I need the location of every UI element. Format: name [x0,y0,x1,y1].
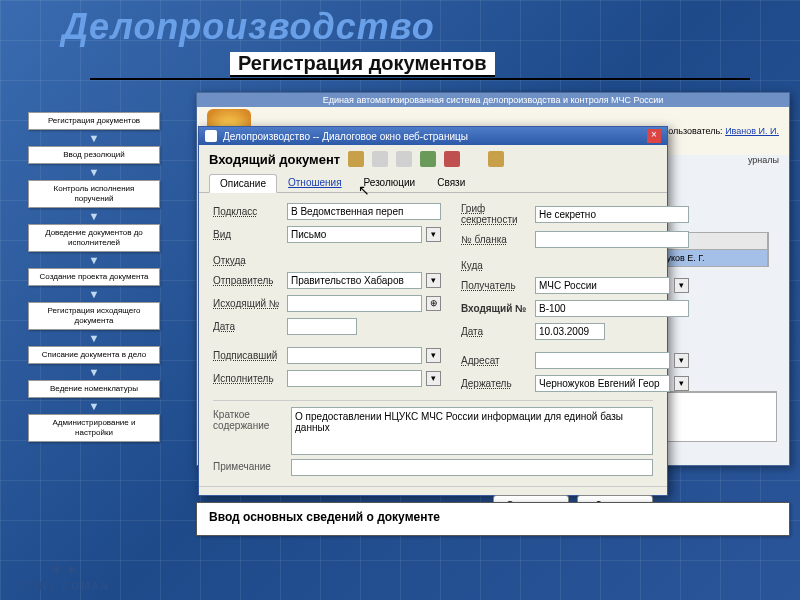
podklass-input[interactable] [287,203,441,220]
vid-picker-icon[interactable]: ▾ [426,227,441,242]
derj-input[interactable] [535,375,670,392]
poluch-label: Получатель [461,280,531,291]
poluch-input[interactable] [535,277,670,294]
podpis-input[interactable] [287,347,422,364]
sidebar-item-nomenclature[interactable]: Ведение номенклатуры [28,380,160,398]
otprav-picker-icon[interactable]: ▾ [426,273,441,288]
otprav-label: Отправитель [213,275,283,286]
tab-description[interactable]: Описание [209,174,277,193]
incoming-doc-dialog: Делопроизводство -- Диалоговое окно веб-… [198,126,668,496]
sidebar-item-resolutions[interactable]: Ввод резолюций [28,146,160,164]
dialog-icon [205,130,217,142]
data-in-input[interactable] [535,323,605,340]
dialog-tabs: Описание Отношения Резолюции Связи [199,173,667,193]
delete-icon[interactable] [444,151,460,167]
vid-input[interactable] [287,226,422,243]
grif-input[interactable] [535,206,689,223]
sidebar-item-deliver[interactable]: Доведение документов до исполнителей [28,224,160,252]
prim-label: Примечание [213,459,283,476]
sidebar-item-create-draft[interactable]: Создание проекта документа [28,268,160,286]
kuda-label: Куда [461,260,531,271]
kratkoe-label: Краткое содержание [213,407,283,455]
otprav-input[interactable] [287,272,422,289]
adresat-input[interactable] [535,352,670,369]
derj-label: Держатель [461,378,531,389]
close-icon[interactable]: × [647,129,661,143]
vendor-logo: ✶✶ STINS COMAN [18,559,110,592]
podpis-label: Подписавший [213,350,283,361]
poluch-picker-icon[interactable]: ▾ [674,278,689,293]
dialog-titlebar: Делопроизводство -- Диалоговое окно веб-… [199,127,667,145]
user-link[interactable]: Иванов И. И. [725,126,779,136]
podklass-label: Подкласс [213,206,283,217]
blank-label: № бланка [461,234,531,245]
blank-input[interactable] [535,231,689,248]
data-out-label: Дата [213,321,283,332]
attach-icon[interactable] [488,151,504,167]
vhno-input[interactable] [535,300,689,317]
sidebar-item-outgoing[interactable]: Регистрация исходящего документа [28,302,160,330]
kratkoe-textarea[interactable] [291,407,653,455]
podpis-picker-icon[interactable]: ▾ [426,348,441,363]
tab-relations[interactable]: Отношения [277,173,353,192]
print-icon[interactable] [372,151,388,167]
ishno-input[interactable] [287,295,422,312]
vhno-label: Входящий № [461,303,531,314]
vid-label: Вид [213,229,283,240]
ishno-picker-icon[interactable]: ⊕ [426,296,441,311]
tab-resolutions[interactable]: Резолюции [353,173,427,192]
tab-links[interactable]: Связи [426,173,476,192]
sidebar-item-admin[interactable]: Администрирование и настройки [28,414,160,442]
user-info: Пользователь: Иванов И. И. [662,126,779,136]
ispol-picker-icon[interactable]: ▾ [426,371,441,386]
excel-icon[interactable] [420,151,436,167]
adresat-picker-icon[interactable]: ▾ [674,353,689,368]
journals-link[interactable]: урналы [748,155,779,165]
app-titlebar: Единая автоматизированная система делопр… [197,93,789,107]
ishno-label: Исходящий № [213,298,283,309]
sidebar-item-register[interactable]: Регистрация документов [28,112,160,130]
page-subtitle: Регистрация документов [230,52,495,77]
sidebar-item-control[interactable]: Контроль исполнения поручений [28,180,160,208]
derj-picker-icon[interactable]: ▾ [674,376,689,391]
page-title: Делопроизводство [62,6,435,48]
grif-label: Гриф секретности [461,203,531,225]
ispol-label: Исполнитель [213,373,283,384]
workflow-sidebar: Регистрация документов ▼ Ввод резолюций … [28,112,160,442]
export-icon[interactable] [396,151,412,167]
data-out-input[interactable] [287,318,357,335]
prim-input[interactable] [291,459,653,476]
sidebar-item-archive[interactable]: Списание документа в дело [28,346,160,364]
adresat-label: Адресат [461,355,531,366]
data-in-label: Дата [461,326,531,337]
ispol-input[interactable] [287,370,422,387]
otkuda-label: Откуда [213,255,283,266]
doc-icon[interactable] [348,151,364,167]
caption-box: Ввод основных сведений о документе [196,502,790,536]
dialog-heading: Входящий документ [209,152,340,167]
